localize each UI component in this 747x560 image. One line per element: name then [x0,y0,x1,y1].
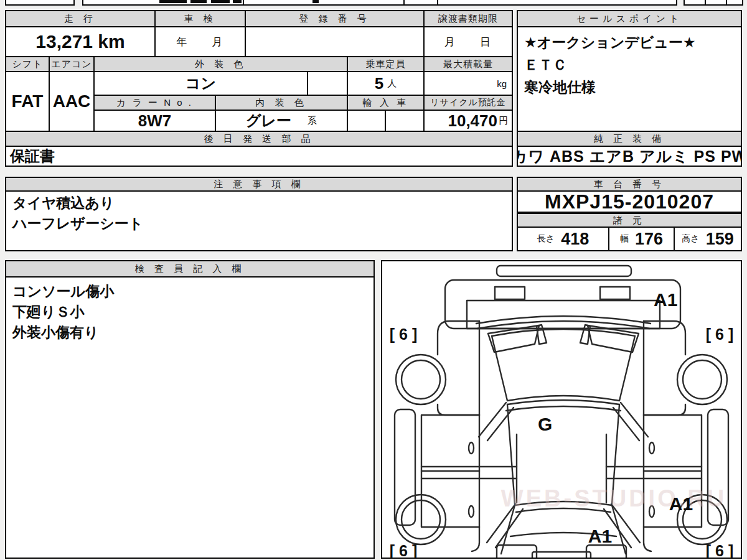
top-cutoff-cell [705,0,727,6]
recycle-header: リサイクル預託金 [423,95,513,111]
chassis-title: 車 台 番 号 [594,179,665,190]
roof-front-arc [507,400,619,404]
import-value-empty [347,110,386,132]
aircon-value-text: AAC [53,91,91,111]
roof-front-arc2 [506,406,621,411]
top-cutoff-cell [437,0,677,6]
spec-length: 長さ418 [517,226,609,251]
spec-length-value: 418 [561,230,589,249]
top-cutoff-cell [82,0,244,6]
damage-code-front-bumper: A1 [654,289,677,310]
front-grille-left [495,287,525,299]
wiper-right [588,325,639,352]
sales-points-title: セールスポイント [576,13,682,25]
capacity-header: 乗車定員 [347,56,425,72]
capacity-value-text: 5 [375,74,383,93]
interior-color-value: グレー系 [215,110,348,132]
cowl-arc [476,316,651,324]
note-item: ハーフレザーシート [12,213,505,234]
specs-header: 諸 元 [517,213,742,228]
front-fender-left-lower [438,404,479,415]
capacity-unit: 人 [387,78,397,90]
max-load-header: 最大積載量 [423,56,513,72]
equipment-value-text: カワ ABS エアB アルミ PS PW [517,146,742,167]
inspection-value-text: 年 月 [177,35,224,49]
later-parts-value-text: 保証書 [10,146,55,166]
top-cutoff-cell [243,0,405,6]
front-fender-left [438,321,479,355]
exterior-color-extra-empty [307,71,348,96]
capacity-value: 5人 [347,71,425,96]
notes-header: 注 意 事 項 欄 [5,177,513,192]
transfer-deadline-value-text: 月 日 [444,35,492,49]
max-load-unit: kg [497,78,507,89]
registration-value-empty [245,26,425,57]
tire-code-rear-right: [ 6 ] [706,542,733,558]
interior-color-label: 内 装 色 [255,97,307,109]
mileage-header-label: 走 行 [64,13,96,25]
recycle-unit: 円 [499,115,508,127]
capacity-header-label: 乗車定員 [366,58,406,70]
import-label: 輸 入 車 [363,97,408,109]
aircon-header: エアコン [49,56,95,72]
chassis-value: MXPJ15-2010207 [517,190,742,213]
spec-height-value: 159 [706,230,734,249]
color-no-value: 8W7 [93,110,216,132]
registration-header: 登 録 番 号 [245,10,425,27]
wheel-front-left-inner [402,360,440,399]
interior-color-suffix: 系 [308,115,317,127]
shift-header: シフト [5,56,50,72]
max-load-header-label: 最大積載量 [443,58,493,70]
color-no-value-text: 8W7 [138,111,171,131]
damage-code-tailgate: A1 [588,526,612,546]
spec-height: 高さ159 [674,226,742,251]
top-cutoff-cell [684,0,706,6]
inspector-box: 検 査 員 記 入 欄 コンソール傷小 下廻りＳ小 外装小傷有り [5,260,375,559]
exterior-color-value: コン [93,71,308,96]
aircon-value: AAC [49,71,95,132]
car-diagram-svg: WEB-STUDIO.RU A1 [ 6 ] [ 6 ] G A1 A1 [ 6… [382,261,741,558]
sales-points-header: セールスポイント [517,10,742,27]
top-cutoff-cell [403,0,438,6]
chassis-value-text: MXPJ15-2010207 [545,190,714,213]
windshield [492,329,635,401]
inspection-header: 車 検 [154,10,246,27]
equipment-header: 純 正 装 備 [517,131,742,147]
inspector-title: 検 査 員 記 入 欄 [135,263,245,275]
sales-point-item: ＥＴＣ [524,54,735,76]
wheel-front-left [396,355,446,404]
mileage-header: 走 行 [5,10,156,27]
inspection-value: 年 月 [154,26,246,57]
top-cutoff-cell [726,0,743,6]
spec-width: 幅176 [608,226,675,251]
shift-value-text: FAT [12,91,44,111]
tire-code-front-right: [ 6 ] [706,325,733,343]
spec-width-value: 176 [635,230,663,249]
later-parts-label: 後 日 発 送 部 品 [204,133,314,145]
damage-code-windshield: G [538,414,552,434]
notes-list: タイヤ積込あり ハーフレザーシート [6,192,512,238]
hood [467,301,660,329]
spec-width-label: 幅 [620,233,629,245]
front-fender-right [644,321,685,355]
registration-header-label: 登 録 番 号 [299,13,370,25]
sales-point-item: ★オークションデビュー★ [524,31,735,54]
tire-code-rear-left: [ 6 ] [390,542,417,558]
inspector-list: コンソール傷小 下廻りＳ小 外装小傷有り [6,278,374,347]
max-load-value: kg [423,71,513,96]
inspector-item: コンソール傷小 [12,281,367,302]
damage-diagram-box: WEB-STUDIO.RU A1 [ 6 ] [ 6 ] G A1 A1 [ 6… [381,260,742,559]
recycle-value: 10,470円 [423,110,513,132]
equipment-value: カワ ABS エアB アルミ PS PW [517,146,742,167]
mid-rail-right [606,467,702,478]
door-handle-front-left [469,442,474,454]
transfer-deadline-label: 譲渡書類期限 [438,13,498,25]
mileage-value: 13,271 km [5,26,156,57]
inspector-header: 検 査 員 記 入 欄 [6,261,374,278]
later-parts-header: 後 日 発 送 部 品 [5,131,513,147]
mileage-value-text: 13,271 km [35,31,125,52]
color-no-header: カ ラ ー N o . [93,95,216,111]
inspection-header-label: 車 検 [184,13,216,25]
spec-length-label: 長さ [537,233,555,245]
auction-sheet: 走 行 車 検 登 録 番 号 譲渡書類期限 13,271 km 年 月 月 日… [0,0,747,560]
